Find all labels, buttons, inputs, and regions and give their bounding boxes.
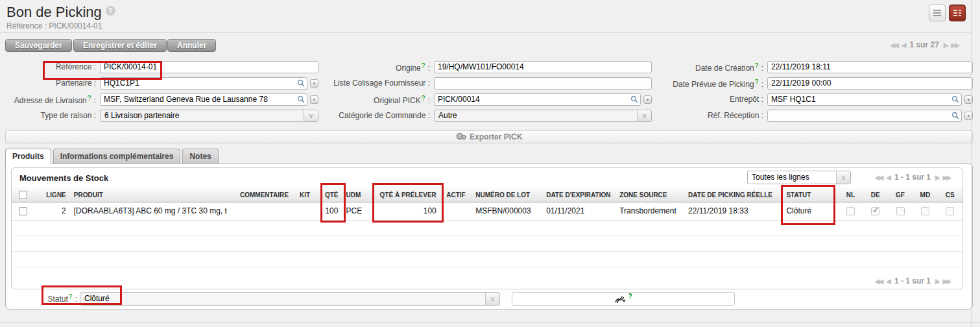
select-all-checkbox[interactable]: ✓ [19,191,27,199]
help-icon[interactable]: ? [106,6,115,16]
col-qte-a-prelever[interactable]: QTÉ À PRÉLEVER [372,188,440,202]
tab-informations-complementaires[interactable]: Informations complémentaires [53,149,181,164]
empty-row [12,221,962,236]
col-date-expiration[interactable]: DATE D'EXPIRATION [542,188,615,202]
cell-produit: [DORAABLA6T3] ABC 60 mg / 3TC 30 mg, tab… [70,202,227,221]
cell-kit [293,202,317,221]
search-icon[interactable] [951,112,959,119]
partenaire-label: Partenaire : [5,77,96,90]
col-produit[interactable]: PRODUIT [70,188,227,202]
cancel-button[interactable]: Annuler [167,39,216,52]
search-icon[interactable] [951,95,959,103]
first-record-icon[interactable]: ◀◀ [890,42,897,49]
prev-page-icon[interactable]: ◀ [886,278,890,285]
partenaire-dropdown-icon[interactable]: ▾ [310,79,318,88]
row-checkbox[interactable]: ✓ [19,207,27,215]
col-numero-lot[interactable]: NUMÉRO DE LOT [472,188,542,202]
last-page-icon[interactable]: ▶▶ [943,174,950,181]
cell-actif [440,202,472,221]
cell-qte: 100 [317,202,342,221]
search-icon[interactable] [297,95,305,103]
entrepot-label: Entrepôt : [656,93,763,106]
col-md[interactable]: MD [913,188,937,202]
adresse-livraison-label: Adresse de Livraison? : [5,92,96,107]
statut-footer-row: Statut? : Clôturé∨ ? [6,292,974,306]
search-icon[interactable] [630,95,638,103]
de-checkbox: ✓ [871,207,879,215]
adresse-dropdown-icon[interactable]: ▾ [310,95,318,104]
col-ligne[interactable]: LIGNE [34,188,69,202]
col-statut[interactable]: STATUT [782,188,838,202]
process-view-button[interactable]: ? [512,292,735,306]
md-checkbox: ✓ [921,207,929,215]
search-icon[interactable] [297,79,305,87]
tab-produits[interactable]: Produits [5,149,51,164]
reference-field[interactable]: PICK/00014-01 [100,61,318,73]
save-button[interactable]: Sauvegarder [5,39,72,52]
cell-ligne: 2 [34,202,69,221]
col-date-picking[interactable]: DATE DE PICKING RÉELLE [684,188,782,202]
prev-record-icon[interactable]: ◀ [902,42,905,49]
type-raison-label: Type de raison : [5,110,96,122]
prev-page-icon[interactable]: ◀ [886,174,890,181]
page-title: Bon de Picking? [6,4,115,21]
next-page-icon[interactable]: ▶ [935,278,939,285]
original-pick-dropdown-icon[interactable]: ▾ [643,95,652,104]
ref-reception-label: Réf. Réception : [656,110,763,122]
col-kit[interactable]: KIT [293,188,317,202]
last-record-icon[interactable]: ▶▶ [951,42,959,49]
form-view-icon[interactable] [949,5,966,21]
col-gf[interactable]: GF [888,188,913,202]
partenaire-field[interactable]: HQ1C1P1 ▾ [100,77,318,90]
bon-de-picking-page: Bon de Picking? Référence : PICK/00014-0… [0,0,980,327]
entrepot-dropdown-icon[interactable]: ▾ [964,95,973,104]
liste-colisage-field[interactable] [434,77,652,90]
table-pagination-bottom: ◀◀◀1 - 1 sur 1▶▶▶ [873,276,952,285]
original-pick-label: Original PICK? : [322,92,430,107]
col-qte[interactable]: QTÉ [317,188,342,202]
cell-zone-source: Transbordement [615,202,684,221]
save-and-edit-button[interactable]: Enregistrer et éditer [73,39,167,52]
type-raison-select[interactable]: 6 Livraison partenaire∨ [100,110,318,122]
categorie-commande-select[interactable]: Autre∨ [434,110,652,122]
col-actif[interactable]: ACTIF [440,188,472,202]
col-commentaire[interactable]: COMMENTAIRE [227,188,293,202]
next-page-icon[interactable]: ▶ [935,174,939,181]
col-nl[interactable]: NL [838,188,863,202]
col-zone-source[interactable]: ZONE SOURCE [615,188,684,202]
col-cs[interactable]: CS [938,188,963,202]
statut-select[interactable]: Clôturé∨ [80,292,500,306]
chevron-down-icon: ∨ [637,110,651,121]
table-row[interactable]: ✓ 2 [DORAABLA6T3] ABC 60 mg / 3TC 30 mg,… [12,202,962,221]
cell-commentaire [227,202,293,221]
record-count: 1 sur 27 [910,40,939,49]
chevron-down-icon: ∨ [304,110,318,121]
origine-field[interactable]: 19/HQ/MW101/FO00014 [434,61,652,73]
first-page-icon[interactable]: ◀◀ [875,174,882,181]
last-page-icon[interactable]: ▶▶ [943,278,950,285]
lines-filter-select[interactable]: Toutes les lignes∨ [747,171,851,184]
reference-label: Référence : [5,61,96,73]
date-creation-field[interactable]: 22/11/2019 18:11 [767,61,973,73]
ref-reception-field[interactable]: ▾ [767,110,973,122]
col-de[interactable]: DE [863,188,888,202]
original-pick-field[interactable]: PICK/00014 ▾ [434,93,652,106]
stock-moves-title: Mouvements de Stock [19,173,108,183]
ref-reception-dropdown-icon[interactable]: ▾ [964,112,973,120]
adresse-livraison-field[interactable]: MSF, Switzerland Geneva Rue de Lausanne … [100,93,318,106]
entrepot-field[interactable]: MSF HQ1C1 ▾ [767,93,973,106]
next-record-icon[interactable]: ▶ [944,42,948,49]
exporter-pick-button[interactable]: ⚙⚙ Exporter PICK [5,130,973,143]
date-prevue-field[interactable]: 22/11/2019 00:00 [767,77,973,90]
produits-tab-panel: Mouvements de Stock Toutes les lignes∨ ◀… [5,164,973,309]
scrollbar-track[interactable] [971,0,972,327]
table-header-row: ✓ LIGNE PRODUIT COMMENTAIRE KIT QTÉ UDM … [12,188,962,202]
col-udm[interactable]: UDM [342,188,371,202]
first-page-icon[interactable]: ◀◀ [875,278,882,285]
notebook-tabs: Produits Informations complémentaires No… [5,149,221,164]
tab-notes[interactable]: Notes [182,149,218,164]
stock-moves-table: ✓ LIGNE PRODUIT COMMENTAIRE KIT QTÉ UDM … [12,188,962,267]
cell-date-picking: 22/11/2019 18:33 [684,202,782,221]
list-view-icon[interactable] [929,5,946,21]
page-subtitle: Référence : PICK/00014-01 [6,21,102,30]
